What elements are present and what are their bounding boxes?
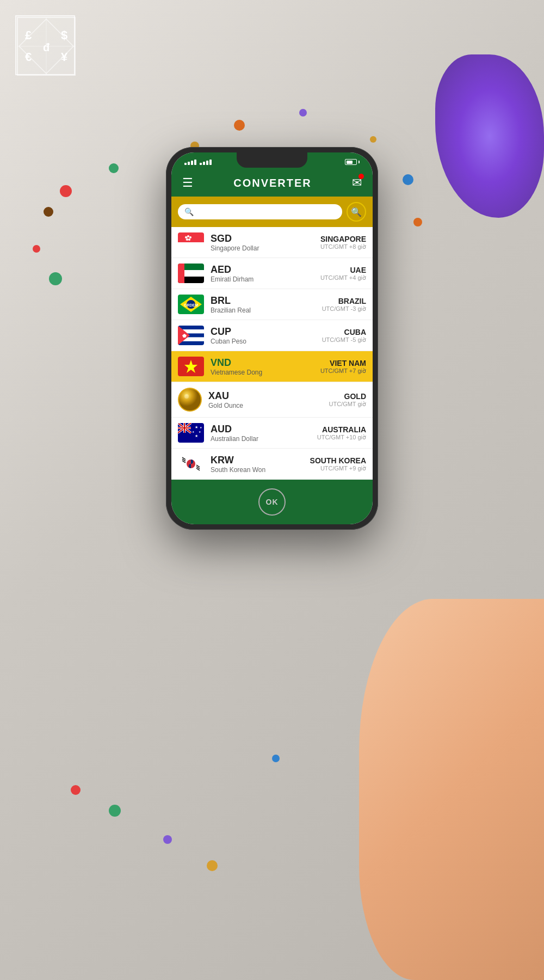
candy-decoration <box>109 163 119 173</box>
country-name-cup: CUBA <box>322 328 366 336</box>
phone-notch <box>237 152 307 168</box>
candy-decoration <box>60 185 72 197</box>
currency-info-brl: BRL Brazilian Real <box>211 295 316 314</box>
currency-name-brl: Brazilian Real <box>211 307 316 314</box>
app-header: ☰ CONVERTER ✉ <box>171 169 373 197</box>
flag-xau <box>178 388 202 412</box>
country-name-aud: AUSTRALIA <box>317 425 366 434</box>
currency-item-sgd[interactable]: ☽ SGD Singapore Dollar SINGAPORE <box>171 227 373 258</box>
candy-decoration <box>109 805 121 817</box>
candy-decoration <box>413 218 422 226</box>
currency-code-krw: KRW <box>211 455 304 466</box>
candy-decoration <box>299 109 307 117</box>
currency-item-krw[interactable]: KRW South Korean Won SOUTH KOREA UTC/GMT… <box>171 449 373 480</box>
currency-name-aud: Australian Dollar <box>211 435 311 443</box>
menu-icon[interactable]: ☰ <box>182 176 193 190</box>
phone-mockup: 13:03 ☰ CONVERTER ✉ <box>166 147 378 530</box>
currency-list: ☽ SGD Singapore Dollar SINGAPORE <box>171 227 373 480</box>
country-info-sgd: SINGAPORE UTC/GMT +8 giờ <box>320 235 366 250</box>
flag-sgd: ☽ <box>178 232 204 252</box>
country-tz-krw: UTC/GMT +9 giờ <box>310 465 366 472</box>
candy-decoration <box>370 136 376 143</box>
battery-icon <box>345 159 360 165</box>
signal-bar-1 <box>184 160 196 165</box>
currency-info-krw: KRW South Korean Won <box>211 455 304 474</box>
svg-point-35 <box>179 389 201 411</box>
battery-tip <box>358 161 360 163</box>
signal-bar-seg <box>188 162 190 165</box>
currency-name-krw: South Korean Won <box>211 466 304 474</box>
svg-rect-10 <box>178 242 204 252</box>
currency-info-sgd: SGD Singapore Dollar <box>211 233 314 252</box>
svg-text:£: £ <box>25 28 32 42</box>
currency-info-aud: AUD Australian Dollar <box>211 424 311 443</box>
country-info-xau: GOLD UTC/GMT giờ <box>329 392 366 408</box>
currency-name-vnd: Vietnamese Dong <box>211 369 314 376</box>
country-info-aud: AUSTRALIA UTC/GMT +10 giờ <box>317 425 366 441</box>
app-logo: £ $ € ¥ đ <box>15 15 75 75</box>
app-title: CONVERTER <box>233 177 312 189</box>
country-tz-xau: UTC/GMT giờ <box>329 401 366 408</box>
currency-name-sgd: Singapore Dollar <box>211 244 314 252</box>
country-name-sgd: SINGAPORE <box>320 235 366 243</box>
country-name-krw: SOUTH KOREA <box>310 456 366 465</box>
svg-text:đ: đ <box>43 41 50 53</box>
search-bar: 🔍 🔍 <box>171 197 373 227</box>
currency-name-aed: Emirati Dirham <box>211 275 314 283</box>
country-tz-vnd: UTC/GMT +7 giờ <box>320 367 366 375</box>
candy-decoration <box>163 835 172 844</box>
ok-button[interactable]: OK <box>258 488 286 516</box>
country-name-vnd: VIET NAM <box>320 359 366 367</box>
svg-point-13 <box>187 235 189 237</box>
currency-item-xau[interactable]: XAU Gold Ounce GOLD UTC/GMT giờ <box>171 382 373 418</box>
hand-background <box>359 599 544 980</box>
search-button[interactable]: 🔍 <box>347 202 366 222</box>
signal-bar-seg <box>191 161 193 165</box>
svg-rect-46 <box>178 427 191 428</box>
signal-bar-seg <box>209 160 212 165</box>
currency-item-aed[interactable]: AED Emirati Dirham UAE UTC/GMT +4 giờ <box>171 258 373 289</box>
currency-item-brl[interactable]: ORDEM BRL Brazilian Real BRAZIL UTC/GMT … <box>171 289 373 320</box>
mail-notification-badge <box>358 174 364 179</box>
country-name-aed: UAE <box>320 266 366 274</box>
svg-text:★: ★ <box>195 434 198 438</box>
candy-decoration <box>234 120 245 131</box>
svg-point-36 <box>184 394 189 399</box>
currency-name-cup: Cuban Peso <box>211 338 316 345</box>
flag-brl: ORDEM <box>178 295 204 314</box>
flag-vnd <box>178 357 204 376</box>
currency-code-aud: AUD <box>211 424 311 435</box>
phone-screen: 13:03 ☰ CONVERTER ✉ <box>171 152 373 524</box>
currency-code-xau: XAU <box>208 390 322 402</box>
svg-text:★: ★ <box>195 425 198 429</box>
currency-code-sgd: SGD <box>211 233 314 244</box>
signal-bar-seg <box>206 161 208 165</box>
country-tz-brl: UTC/GMT -3 giờ <box>322 305 366 313</box>
candy-decoration <box>207 860 218 871</box>
svg-text:€: € <box>25 50 32 64</box>
currency-item-cup[interactable]: CUP Cuban Peso CUBA UTC/GMT -5 giờ <box>171 320 373 351</box>
phone-outer: 13:03 ☰ CONVERTER ✉ <box>166 147 378 530</box>
currency-info-aed: AED Emirati Dirham <box>211 264 314 283</box>
currency-code-cup: CUP <box>211 326 316 338</box>
country-info-cup: CUBA UTC/GMT -5 giờ <box>322 328 366 344</box>
search-input-wrap: 🔍 <box>178 204 342 219</box>
currency-item-aud[interactable]: ★ ★ ★ ★ ★ AUD Australian Dollar AUSTRALI… <box>171 418 373 449</box>
search-input[interactable] <box>198 207 336 216</box>
signal-bar-2 <box>200 160 212 165</box>
ok-area: OK <box>171 480 373 524</box>
signal-bar-seg <box>200 163 202 165</box>
country-info-krw: SOUTH KOREA UTC/GMT +9 giờ <box>310 456 366 472</box>
currency-code-aed: AED <box>211 264 314 275</box>
country-name-brl: BRAZIL <box>322 297 366 305</box>
svg-point-12 <box>185 236 187 238</box>
signal-bar-seg <box>194 160 196 165</box>
currency-info-vnd: VND Vietnamese Dong <box>211 357 314 376</box>
currency-item-vnd[interactable]: VND Vietnamese Dong VIET NAM UTC/GMT +7 … <box>171 351 373 382</box>
currency-info-xau: XAU Gold Ounce <box>208 390 322 409</box>
candy-decoration <box>403 174 413 185</box>
currency-name-xau: Gold Ounce <box>208 402 322 409</box>
mail-icon-wrap[interactable]: ✉ <box>352 176 362 190</box>
country-tz-sgd: UTC/GMT +8 giờ <box>320 243 366 250</box>
country-tz-cup: UTC/GMT -5 giờ <box>322 336 366 344</box>
